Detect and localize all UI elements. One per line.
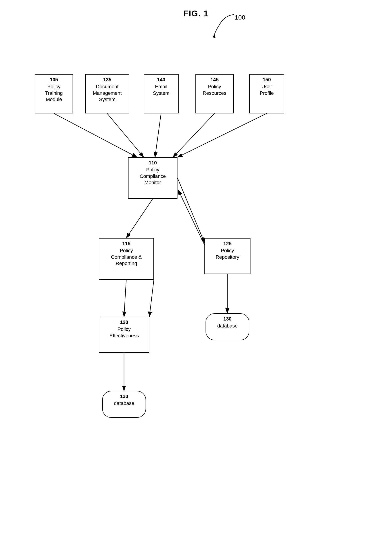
box-135: 135 DocumentManagementSystem: [85, 74, 129, 113]
box-130-bottom: 130 database: [102, 391, 146, 418]
svg-line-3: [107, 113, 144, 157]
box-125: 125 PolicyRepository: [204, 238, 250, 274]
box-140: 140 EmailSystem: [144, 74, 178, 113]
box-145: 145 PolicyResources: [196, 74, 234, 113]
box-150: 150 UserProfile: [249, 74, 284, 113]
box-105: 105 PolicyTrainingModule: [35, 74, 73, 113]
svg-line-7: [126, 199, 153, 238]
svg-line-6: [178, 113, 267, 157]
svg-line-4: [155, 113, 161, 157]
box-130-right: 130 database: [206, 313, 249, 340]
svg-line-8: [178, 178, 204, 242]
svg-line-13: [149, 280, 154, 317]
svg-line-10: [124, 280, 126, 317]
svg-line-2: [54, 113, 137, 157]
box-120: 120 PolicyEffectiveness: [99, 317, 149, 353]
box-110: 110 PolicyComplianceMonitor: [128, 157, 178, 199]
ref-100-arrow: [202, 12, 238, 39]
svg-line-5: [173, 113, 214, 157]
box-115: 115 PolicyCompliance &Reporting: [99, 238, 154, 280]
svg-line-9: [178, 190, 204, 245]
diagram: FIG. 1 100 105 PolicyTrainingModule 135 …: [0, 0, 392, 544]
